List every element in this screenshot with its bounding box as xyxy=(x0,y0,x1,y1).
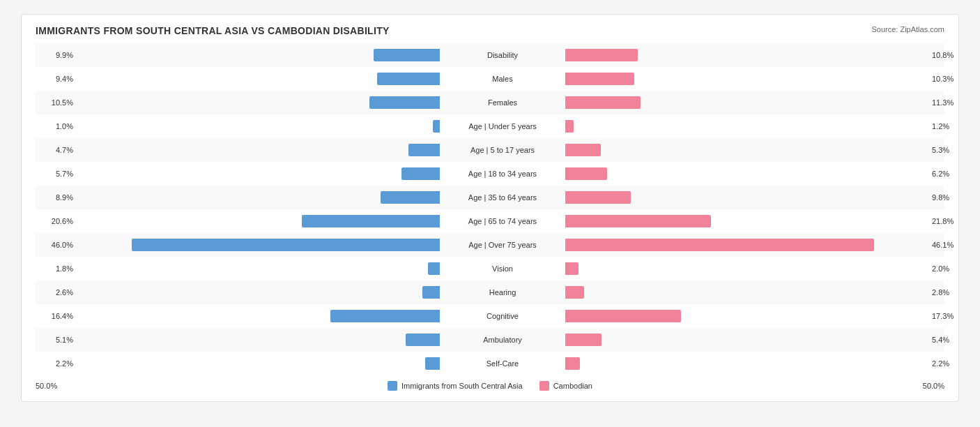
left-bar-container xyxy=(77,49,440,61)
right-bar xyxy=(565,120,574,133)
right-bar-container xyxy=(565,96,928,109)
left-bar xyxy=(369,96,440,109)
right-bar xyxy=(565,49,638,61)
left-bar-container xyxy=(77,357,440,370)
bar-row: 8.9% Age | 35 to 64 years 9.8% xyxy=(36,186,944,209)
left-value: 46.0% xyxy=(36,241,77,249)
left-bar xyxy=(132,239,440,251)
legend-item-2: Cambodian xyxy=(539,381,592,391)
right-bar-container xyxy=(565,191,928,204)
row-label: Vision xyxy=(440,264,565,273)
left-bar-container xyxy=(77,144,440,156)
left-bar-container xyxy=(77,310,440,322)
row-label: Age | 18 to 34 years xyxy=(440,170,565,178)
right-value: 5.4% xyxy=(928,336,970,344)
right-bar xyxy=(565,334,602,346)
rows-area: 9.9% Disability 10.8% 9.4% Males 10.3% 1… xyxy=(36,43,944,375)
left-bar xyxy=(374,49,440,61)
bar-row: 1.8% Vision 2.0% xyxy=(36,257,944,280)
row-label: Self-Care xyxy=(440,359,565,368)
right-value: 6.2% xyxy=(928,170,970,178)
bar-row: 20.6% Age | 65 to 74 years 21.8% xyxy=(36,209,944,233)
legend-label-2: Cambodian xyxy=(553,382,592,390)
right-value: 9.8% xyxy=(928,193,970,202)
left-value: 1.0% xyxy=(36,122,77,130)
left-value: 2.6% xyxy=(36,288,77,297)
left-bar xyxy=(408,144,440,156)
right-value: 2.0% xyxy=(928,264,970,273)
chart-title: IMMIGRANTS FROM SOUTH CENTRAL ASIA VS CA… xyxy=(36,25,390,36)
left-value: 1.8% xyxy=(36,264,77,273)
bar-row: 9.9% Disability 10.8% xyxy=(36,43,944,67)
right-bar-container xyxy=(565,215,928,227)
legend-swatch-blue xyxy=(388,381,397,391)
right-bar xyxy=(565,215,711,227)
left-bar xyxy=(422,286,440,299)
left-value: 9.4% xyxy=(36,75,77,83)
right-value: 11.3% xyxy=(928,98,970,107)
bar-row: 1.0% Age | Under 5 years 1.2% xyxy=(36,114,944,138)
left-bar xyxy=(330,310,440,322)
chart-container: IMMIGRANTS FROM SOUTH CENTRAL ASIA VS CA… xyxy=(21,14,959,402)
right-bar xyxy=(565,167,607,180)
row-label: Age | Over 75 years xyxy=(440,241,565,249)
bar-row: 2.2% Self-Care 2.2% xyxy=(36,352,944,375)
right-value: 10.8% xyxy=(928,51,970,59)
right-bar-container xyxy=(565,310,928,322)
legend-items: Immigrants from South Central Asia Cambo… xyxy=(388,381,592,391)
left-value: 2.2% xyxy=(36,359,77,368)
right-bar xyxy=(565,191,631,204)
left-bar-container xyxy=(77,96,440,109)
right-value: 21.8% xyxy=(928,217,970,225)
left-bar xyxy=(428,262,440,275)
right-value: 17.3% xyxy=(928,312,970,320)
left-bar xyxy=(433,120,440,133)
bar-row: 10.5% Females 11.3% xyxy=(36,91,944,114)
right-value: 2.2% xyxy=(928,359,970,368)
left-bar-container xyxy=(77,239,440,251)
left-bar-container xyxy=(77,286,440,299)
right-bar-container xyxy=(565,357,928,370)
right-bar xyxy=(565,73,634,85)
left-bar-container xyxy=(77,167,440,180)
row-label: Age | 65 to 74 years xyxy=(440,217,565,225)
right-bar xyxy=(565,239,874,251)
left-bar-container xyxy=(77,191,440,204)
right-bar xyxy=(565,310,681,322)
right-bar-container xyxy=(565,73,928,85)
chart-header: IMMIGRANTS FROM SOUTH CENTRAL ASIA VS CA… xyxy=(36,25,944,36)
right-bar xyxy=(565,144,601,156)
bar-row: 9.4% Males 10.3% xyxy=(36,67,944,91)
legend-row: 50.0% Immigrants from South Central Asia… xyxy=(36,381,944,391)
right-bar-container xyxy=(565,286,928,299)
left-bar-container xyxy=(77,73,440,85)
bar-row: 4.7% Age | 5 to 17 years 5.3% xyxy=(36,138,944,162)
left-bar xyxy=(406,334,440,346)
right-bar-container xyxy=(565,120,928,133)
right-value: 10.3% xyxy=(928,75,970,83)
left-bar xyxy=(425,357,440,370)
legend-swatch-pink xyxy=(539,381,549,391)
left-bar-container xyxy=(77,334,440,346)
row-label: Disability xyxy=(440,51,565,59)
left-bar xyxy=(302,215,440,227)
right-value: 5.3% xyxy=(928,146,970,154)
right-bar xyxy=(565,96,641,109)
left-value: 10.5% xyxy=(36,98,77,107)
right-value: 46.1% xyxy=(928,241,970,249)
bar-row: 2.6% Hearing 2.8% xyxy=(36,280,944,304)
bar-row: 46.0% Age | Over 75 years 46.1% xyxy=(36,233,944,257)
bar-row: 5.7% Age | 18 to 34 years 6.2% xyxy=(36,162,944,186)
right-bar-container xyxy=(565,49,928,61)
row-label: Age | Under 5 years xyxy=(440,122,565,130)
bar-row: 5.1% Ambulatory 5.4% xyxy=(36,328,944,352)
row-label: Age | 5 to 17 years xyxy=(440,146,565,154)
left-bar xyxy=(377,73,440,85)
left-bar-container xyxy=(77,262,440,275)
row-label: Males xyxy=(440,75,565,83)
left-value: 4.7% xyxy=(36,146,77,154)
left-value: 5.1% xyxy=(36,336,77,344)
row-label: Age | 35 to 64 years xyxy=(440,193,565,202)
left-bar xyxy=(401,167,440,180)
left-value: 9.9% xyxy=(36,51,77,59)
